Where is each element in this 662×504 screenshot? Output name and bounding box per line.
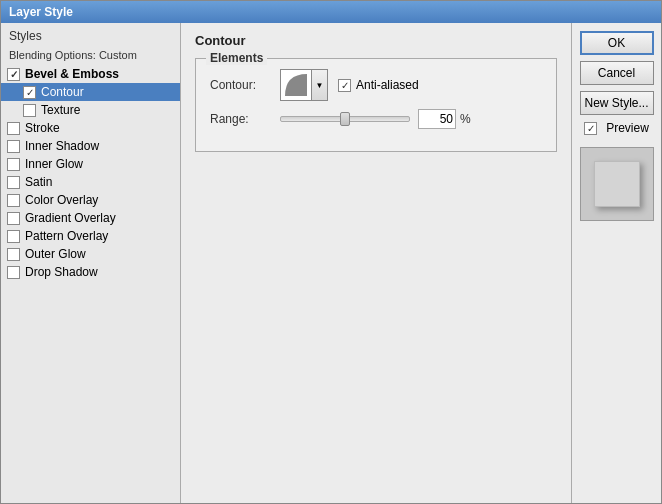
inner-glow-checkbox[interactable] bbox=[7, 158, 20, 171]
contour-dropdown-btn[interactable]: ▼ bbox=[312, 69, 328, 101]
panel-title: Contour bbox=[195, 33, 557, 48]
content-area: Styles Blending Options: Custom Bevel & … bbox=[1, 23, 661, 503]
styles-label: Styles bbox=[1, 23, 180, 47]
range-slider-thumb[interactable] bbox=[340, 112, 350, 126]
sidebar-item-stroke[interactable]: Stroke bbox=[1, 119, 180, 137]
anti-aliased-row: Anti-aliased bbox=[338, 78, 419, 92]
preview-label: Preview bbox=[606, 121, 649, 135]
stroke-label: Stroke bbox=[25, 121, 60, 135]
elements-group: Elements Contour: ▼ bbox=[195, 58, 557, 152]
sidebar-item-texture[interactable]: Texture bbox=[1, 101, 180, 119]
bevel-emboss-checkbox[interactable] bbox=[7, 68, 20, 81]
window-title: Layer Style bbox=[9, 5, 73, 19]
layer-style-window: Layer Style Styles Blending Options: Cus… bbox=[0, 0, 662, 504]
range-field-label: Range: bbox=[210, 112, 280, 126]
preview-checkbox[interactable] bbox=[584, 122, 597, 135]
contour-preview[interactable] bbox=[280, 69, 312, 101]
anti-aliased-label: Anti-aliased bbox=[356, 78, 419, 92]
sidebar-item-inner-shadow[interactable]: Inner Shadow bbox=[1, 137, 180, 155]
drop-shadow-label: Drop Shadow bbox=[25, 265, 98, 279]
pattern-overlay-label: Pattern Overlay bbox=[25, 229, 108, 243]
range-row: Range: % bbox=[210, 109, 542, 129]
satin-label: Satin bbox=[25, 175, 52, 189]
gradient-overlay-checkbox[interactable] bbox=[7, 212, 20, 225]
color-overlay-checkbox[interactable] bbox=[7, 194, 20, 207]
texture-checkbox[interactable] bbox=[23, 104, 36, 117]
range-unit-label: % bbox=[460, 112, 471, 126]
sidebar-item-gradient-overlay[interactable]: Gradient Overlay bbox=[1, 209, 180, 227]
contour-checkbox[interactable] bbox=[23, 86, 36, 99]
inner-shadow-checkbox[interactable] bbox=[7, 140, 20, 153]
inner-shadow-label: Inner Shadow bbox=[25, 139, 99, 153]
range-value-input[interactable] bbox=[418, 109, 456, 129]
preview-area bbox=[580, 147, 654, 221]
titlebar: Layer Style bbox=[1, 1, 661, 23]
stroke-checkbox[interactable] bbox=[7, 122, 20, 135]
sidebar-item-contour[interactable]: Contour bbox=[1, 83, 180, 101]
right-panel: OK Cancel New Style... Preview bbox=[571, 23, 661, 503]
new-style-button[interactable]: New Style... bbox=[580, 91, 654, 115]
elements-legend: Elements bbox=[206, 51, 267, 65]
inner-glow-label: Inner Glow bbox=[25, 157, 83, 171]
drop-shadow-checkbox[interactable] bbox=[7, 266, 20, 279]
contour-field-label: Contour: bbox=[210, 78, 280, 92]
contour-row: Contour: ▼ Anti-aliased bbox=[210, 69, 542, 101]
texture-label: Texture bbox=[41, 103, 80, 117]
left-panel: Styles Blending Options: Custom Bevel & … bbox=[1, 23, 181, 503]
sidebar-item-satin[interactable]: Satin bbox=[1, 173, 180, 191]
gradient-overlay-label: Gradient Overlay bbox=[25, 211, 116, 225]
blending-options-label: Blending Options: Custom bbox=[1, 47, 180, 65]
sidebar-item-drop-shadow[interactable]: Drop Shadow bbox=[1, 263, 180, 281]
pattern-overlay-checkbox[interactable] bbox=[7, 230, 20, 243]
sidebar-item-color-overlay[interactable]: Color Overlay bbox=[1, 191, 180, 209]
preview-inner-box bbox=[594, 161, 640, 207]
range-slider-container: % bbox=[280, 109, 542, 129]
cancel-button[interactable]: Cancel bbox=[580, 61, 654, 85]
preview-row: Preview bbox=[584, 121, 649, 135]
sidebar-item-inner-glow[interactable]: Inner Glow bbox=[1, 155, 180, 173]
sidebar-item-bevel-emboss[interactable]: Bevel & Emboss bbox=[1, 65, 180, 83]
satin-checkbox[interactable] bbox=[7, 176, 20, 189]
main-panel: Contour Elements Contour: ▼ bbox=[181, 23, 571, 503]
contour-label: Contour bbox=[41, 85, 84, 99]
bevel-emboss-label: Bevel & Emboss bbox=[25, 67, 119, 81]
sidebar-item-pattern-overlay[interactable]: Pattern Overlay bbox=[1, 227, 180, 245]
color-overlay-label: Color Overlay bbox=[25, 193, 98, 207]
anti-aliased-checkbox[interactable] bbox=[338, 79, 351, 92]
outer-glow-checkbox[interactable] bbox=[7, 248, 20, 261]
range-slider-track[interactable] bbox=[280, 116, 410, 122]
ok-button[interactable]: OK bbox=[580, 31, 654, 55]
outer-glow-label: Outer Glow bbox=[25, 247, 86, 261]
sidebar-item-outer-glow[interactable]: Outer Glow bbox=[1, 245, 180, 263]
